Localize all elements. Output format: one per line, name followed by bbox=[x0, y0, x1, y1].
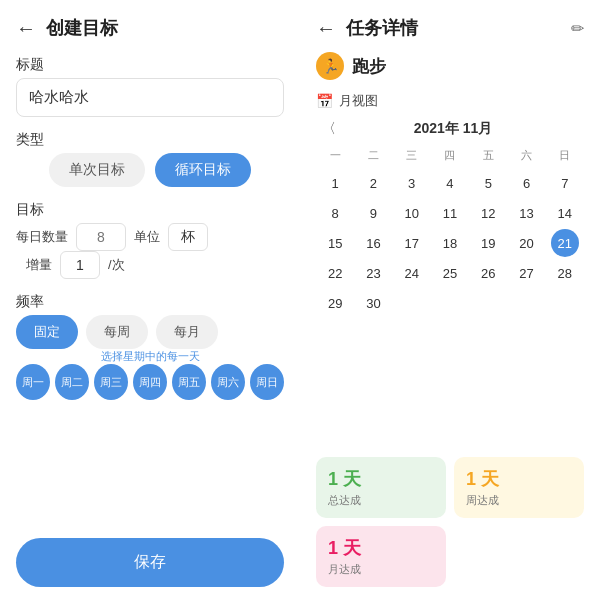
left-back-arrow[interactable]: ← bbox=[16, 17, 36, 40]
goal-row: 每日数量 单位 bbox=[16, 223, 284, 251]
task-title-row: 🏃 跑步 bbox=[316, 52, 584, 80]
stat-number-pink: 1 天 bbox=[328, 536, 434, 560]
stat-number-yellow: 1 天 bbox=[466, 467, 572, 491]
cal-day-19[interactable]: 19 bbox=[474, 229, 502, 257]
left-panel: ← 创建目标 标题 类型 单次目标 循环目标 目标 每日数量 单位 增量 /次 … bbox=[0, 0, 300, 603]
day-btn-周日[interactable]: 周日 bbox=[250, 364, 284, 400]
freq-btn-monthly[interactable]: 每月 bbox=[156, 315, 218, 349]
day-buttons-group: 周一周二周三周四周五周六周日 bbox=[16, 364, 284, 400]
cal-day-28[interactable]: 28 bbox=[551, 259, 579, 287]
cal-day-10[interactable]: 10 bbox=[398, 199, 426, 227]
cal-day-29[interactable]: 29 bbox=[321, 289, 349, 317]
increase-row: 增量 /次 bbox=[26, 251, 284, 279]
day-btn-周一[interactable]: 周一 bbox=[16, 364, 50, 400]
cal-day-5[interactable]: 5 bbox=[474, 169, 502, 197]
right-panel-title: 任务详情 bbox=[346, 16, 418, 40]
goal-section: 目标 每日数量 单位 增量 /次 bbox=[16, 201, 284, 279]
cal-nav: 〈 2021年 11月 bbox=[316, 120, 584, 138]
cal-day-17[interactable]: 17 bbox=[398, 229, 426, 257]
cal-empty bbox=[551, 289, 579, 317]
freq-btn-weekly[interactable]: 每周 bbox=[86, 315, 148, 349]
cal-row: 1234567 bbox=[316, 169, 584, 197]
calendar-icon: 📅 bbox=[316, 93, 333, 109]
cal-day-2[interactable]: 2 bbox=[359, 169, 387, 197]
goal-label: 目标 bbox=[16, 201, 284, 219]
freq-label: 频率 bbox=[16, 293, 284, 311]
cal-day-26[interactable]: 26 bbox=[474, 259, 502, 287]
left-panel-title: 创建目标 bbox=[46, 16, 118, 40]
edit-icon[interactable]: ✏ bbox=[571, 19, 584, 38]
right-header-left: ← 任务详情 bbox=[316, 16, 418, 40]
cal-day-24[interactable]: 24 bbox=[398, 259, 426, 287]
cal-weekday-日: 日 bbox=[546, 146, 584, 165]
increase-label: 增量 bbox=[26, 256, 52, 274]
cal-day-12[interactable]: 12 bbox=[474, 199, 502, 227]
type-btn-once[interactable]: 单次目标 bbox=[49, 153, 145, 187]
cal-day-1[interactable]: 1 bbox=[321, 169, 349, 197]
right-header: ← 任务详情 ✏ bbox=[316, 16, 584, 40]
title-section: 标题 bbox=[16, 56, 284, 117]
cal-prev-arrow[interactable]: 〈 bbox=[316, 120, 342, 138]
task-icon: 🏃 bbox=[316, 52, 344, 80]
cal-day-27[interactable]: 27 bbox=[513, 259, 541, 287]
cal-day-21[interactable]: 21 bbox=[551, 229, 579, 257]
stat-number-green: 1 天 bbox=[328, 467, 434, 491]
cal-row: 891011121314 bbox=[316, 199, 584, 227]
cal-day-16[interactable]: 16 bbox=[359, 229, 387, 257]
increase-input[interactable] bbox=[60, 251, 100, 279]
right-back-arrow[interactable]: ← bbox=[316, 17, 336, 40]
stat-label-yellow: 周达成 bbox=[466, 493, 572, 508]
save-button[interactable]: 保存 bbox=[16, 538, 284, 587]
left-header: ← 创建目标 bbox=[16, 16, 284, 40]
cal-day-14[interactable]: 14 bbox=[551, 199, 579, 227]
cal-day-8[interactable]: 8 bbox=[321, 199, 349, 227]
cal-body: 1234567891011121314151617181920212223242… bbox=[316, 169, 584, 317]
stat-label-pink: 月达成 bbox=[328, 562, 434, 577]
day-btn-周四[interactable]: 周四 bbox=[133, 364, 167, 400]
cal-day-18[interactable]: 18 bbox=[436, 229, 464, 257]
cal-day-23[interactable]: 23 bbox=[359, 259, 387, 287]
type-label: 类型 bbox=[16, 131, 284, 149]
freq-btn-fixed[interactable]: 固定 bbox=[16, 315, 78, 349]
cal-day-9[interactable]: 9 bbox=[359, 199, 387, 227]
cal-day-20[interactable]: 20 bbox=[513, 229, 541, 257]
task-name: 跑步 bbox=[352, 55, 386, 78]
cal-day-25[interactable]: 25 bbox=[436, 259, 464, 287]
stats-grid: 1 天总达成1 天周达成1 天月达成 bbox=[316, 457, 584, 587]
cal-row: 2930 bbox=[316, 289, 584, 317]
freq-section: 频率 固定 每周 每月 选择星期中的每一天 周一周二周三周四周五周六周日 bbox=[16, 293, 284, 400]
title-label: 标题 bbox=[16, 56, 284, 74]
unit-input[interactable] bbox=[168, 223, 208, 251]
right-panel: ← 任务详情 ✏ 🏃 跑步 📅 月视图 〈 2021年 11月 一二三四五六日 … bbox=[300, 0, 600, 603]
stat-card-yellow: 1 天周达成 bbox=[454, 457, 584, 518]
day-btn-周二[interactable]: 周二 bbox=[55, 364, 89, 400]
type-buttons-group: 单次目标 循环目标 bbox=[16, 153, 284, 187]
cal-day-13[interactable]: 13 bbox=[513, 199, 541, 227]
cal-weekday-一: 一 bbox=[316, 146, 354, 165]
day-btn-周三[interactable]: 周三 bbox=[94, 364, 128, 400]
cal-month-title: 2021年 11月 bbox=[414, 120, 493, 138]
cal-day-6[interactable]: 6 bbox=[513, 169, 541, 197]
cal-empty bbox=[398, 289, 426, 317]
type-btn-loop[interactable]: 循环目标 bbox=[155, 153, 251, 187]
cal-day-3[interactable]: 3 bbox=[398, 169, 426, 197]
day-btn-周六[interactable]: 周六 bbox=[211, 364, 245, 400]
cal-day-11[interactable]: 11 bbox=[436, 199, 464, 227]
stat-card-green: 1 天总达成 bbox=[316, 457, 446, 518]
daily-input[interactable] bbox=[76, 223, 126, 251]
daily-label: 每日数量 bbox=[16, 228, 68, 246]
cal-day-15[interactable]: 15 bbox=[321, 229, 349, 257]
cal-weekday-三: 三 bbox=[393, 146, 431, 165]
cal-day-30[interactable]: 30 bbox=[359, 289, 387, 317]
title-input[interactable] bbox=[16, 78, 284, 117]
cal-empty bbox=[436, 289, 464, 317]
cal-day-4[interactable]: 4 bbox=[436, 169, 464, 197]
calendar-view-label: 月视图 bbox=[339, 92, 378, 110]
per-label: /次 bbox=[108, 256, 125, 274]
cal-row: 22232425262728 bbox=[316, 259, 584, 287]
cal-day-7[interactable]: 7 bbox=[551, 169, 579, 197]
freq-buttons-group: 固定 每周 每月 bbox=[16, 315, 284, 349]
day-btn-周五[interactable]: 周五 bbox=[172, 364, 206, 400]
cal-day-22[interactable]: 22 bbox=[321, 259, 349, 287]
cal-weekday-五: 五 bbox=[469, 146, 507, 165]
